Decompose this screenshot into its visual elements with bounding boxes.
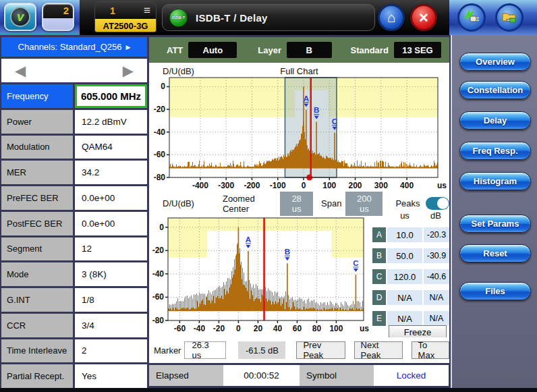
full-chart-header: D/U(dB) Full Chart [149, 65, 449, 77]
power-plug-icon [463, 9, 480, 26]
svg-text:-40: -40 [152, 269, 165, 279]
sidebar-item-overview[interactable]: Overview [459, 53, 531, 71]
svg-text:A: A [246, 235, 251, 244]
files-button[interactable]: Files [459, 282, 531, 300]
svg-text:20: 20 [254, 324, 263, 333]
frequency-row: Frequency 605.000 MHz [1, 84, 147, 108]
peak-db: -30.9 [424, 248, 449, 263]
marker-label: Marker [154, 345, 181, 356]
svg-text:-80: -80 [154, 173, 166, 182]
sidebar-item-freq-resp[interactable]: Freq Resp. [459, 142, 531, 160]
channels-selector[interactable]: Channels: Standard_Q256 ▶ [1, 37, 147, 57]
peak-us: 10.0 [387, 227, 422, 242]
svg-text:-400: -400 [192, 181, 208, 190]
svg-text:-60: -60 [174, 324, 186, 333]
peaks-label: Peaks [395, 198, 420, 208]
table-row: Power 12.2 dBmV [1, 110, 147, 134]
sidebar-item-delay[interactable]: Delay [459, 111, 531, 130]
next-channel-button[interactable]: ▶ [123, 63, 134, 78]
svg-text:-300: -300 [218, 181, 234, 190]
full-chart-svg[interactable]: ABC-400-300-200-10001002003004000-20-40-… [149, 76, 449, 194]
row-value: 0.0e+00 [75, 212, 147, 235]
peak-us: N/A [387, 290, 422, 305]
set-params-button[interactable]: Set Params [459, 215, 531, 233]
reset-button[interactable]: Reset [459, 244, 531, 262]
peak-row-b: B 50.0 -30.9 [372, 248, 449, 263]
chevron-right-icon: ▶ [126, 44, 131, 51]
marker-time-button[interactable]: 26.3 us [184, 341, 226, 359]
frequency-value[interactable]: 605.000 MHz [75, 84, 147, 108]
symbol-status-badge: Locked [374, 365, 449, 386]
close-button[interactable]: ✕ [410, 4, 437, 31]
row-label: PostFEC BER [1, 212, 73, 235]
power-meter-button[interactable] [457, 3, 486, 32]
sidebar-item-histogram[interactable]: Histogram [459, 172, 531, 190]
file-transfer-button[interactable] [495, 3, 524, 32]
row-value: Yes [75, 364, 147, 388]
row-value: 34.2 [75, 161, 147, 184]
peak-us: 50.0 [387, 248, 422, 263]
svg-text:0: 0 [159, 223, 164, 232]
row-value: 12.2 dBmV [75, 110, 147, 134]
status-bar: Elapsed 00:00:52 Symbol Locked [149, 363, 449, 386]
prev-peak-button[interactable]: Prev Peak [296, 341, 345, 359]
zoomed-center-label: Zoomed Center [223, 194, 274, 214]
peak-id: E [372, 311, 386, 326]
row-label: Power [1, 110, 73, 134]
to-max-button[interactable]: To Max [412, 341, 449, 359]
row-label: Time Interleave [1, 339, 73, 363]
row-value: 2 [75, 339, 147, 363]
svg-text:400: 400 [400, 181, 414, 190]
system-check-button[interactable]: V [4, 3, 36, 31]
peak-us: 120.0 [387, 269, 422, 284]
elapsed-value: 00:00:52 [223, 365, 300, 386]
menu-icon[interactable]: ≡ [144, 7, 150, 14]
svg-text:60: 60 [293, 324, 302, 333]
marker-bar: Marker 26.3 us -61.5 dB Prev Peak Next P… [149, 337, 449, 363]
peak-id: C [372, 269, 386, 284]
row-label: Modulation [1, 136, 73, 159]
channels-label: Channels: Standard_Q256 [18, 42, 122, 52]
peak-db: -40.6 [424, 269, 449, 284]
peak-db: N/A [424, 290, 449, 305]
bottom-frame [0, 388, 537, 392]
peak-row-e: E N/A N/A [372, 311, 449, 326]
row-label: CCR [1, 314, 73, 337]
svg-text:-80: -80 [152, 316, 165, 325]
peak-db: N/A [424, 311, 449, 326]
channel-nav-row: ◀ ▶ [1, 59, 147, 82]
table-row: G.INT 1/8 [1, 288, 147, 312]
table-row: Time Interleave 2 [1, 339, 147, 363]
prev-channel-button[interactable]: ◀ [15, 63, 26, 78]
tab-2-label: 2 [43, 5, 69, 16]
table-row: Segment 12 [1, 237, 147, 261]
zoomed-chart-svg[interactable]: ABC-60-40-200204060801000-20-40-60-80us [149, 213, 372, 338]
top-bar: V 2 1 ≡ AT2500-3G ISDB-T ISDB-T / Delay … [0, 0, 537, 35]
att-label: ATT [167, 45, 183, 55]
row-label: Segment [1, 237, 73, 261]
standard-value-button[interactable]: 13 SEG [394, 42, 441, 58]
measurement-panel: ATT Auto Layer B Standard 13 SEG D/U(dB)… [148, 35, 451, 388]
row-value: QAM64 [75, 136, 147, 159]
full-chart-title: Full Chart [149, 66, 449, 76]
layer-value-button[interactable]: B [287, 42, 331, 58]
peak-db: -20.3 [424, 227, 449, 242]
row-value: 1/8 [75, 288, 147, 312]
channel-info-panel: Channels: Standard_Q256 ▶ ◀ ▶ Frequency … [1, 37, 147, 388]
sidebar-item-constellation[interactable]: Constellation [459, 81, 531, 99]
tab-1-active[interactable]: 1 ≡ AT2500-3G [94, 1, 157, 32]
peaks-table: us dB A 10.0 -20.3 B 50.0 -30.9 C 120.0 … [372, 211, 449, 340]
tab-2-button[interactable]: 2 [42, 3, 74, 31]
svg-text:-20: -20 [152, 246, 165, 255]
peaks-toggle[interactable] [426, 197, 449, 210]
peak-id: A [372, 227, 386, 242]
svg-text:-40: -40 [154, 128, 166, 137]
next-peak-button[interactable]: Next Peak [354, 341, 403, 359]
home-button[interactable]: ⌂ [378, 4, 405, 31]
page-title: ISDB-T / Delay [196, 12, 268, 24]
table-row: CCR 3/4 [1, 314, 147, 337]
att-value-button[interactable]: Auto [188, 42, 237, 58]
title-bar: ISDB-T ISDB-T / Delay [162, 4, 375, 31]
close-icon: ✕ [418, 10, 429, 26]
row-label: MER [1, 161, 73, 184]
